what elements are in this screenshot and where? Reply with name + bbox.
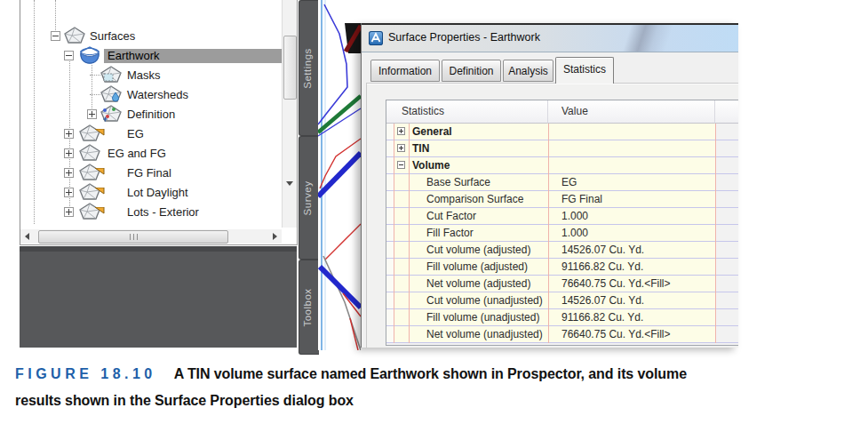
- tab-analysis[interactable]: Analysis: [503, 60, 553, 82]
- tree-item-label: Definition: [127, 108, 175, 121]
- volume-surface-icon: [79, 46, 100, 64]
- stat-name: TIN: [412, 142, 429, 155]
- scrollbar-thumb[interactable]: [283, 36, 297, 100]
- row-gutter: [386, 174, 394, 190]
- tree-vertical-scrollbar[interactable]: [282, 0, 297, 228]
- row-gutter: [386, 259, 394, 275]
- stat-value: 14526.07 Cu. Yd.: [561, 294, 644, 307]
- toolspace-lower-panel: [20, 246, 297, 348]
- row-gutter: [386, 276, 394, 292]
- column-header-value[interactable]: Value: [548, 100, 715, 124]
- grid-row-fill-volume-adjusted-[interactable]: Fill volume (adjusted)91166.82 Cu. Yd.: [386, 259, 738, 276]
- stat-name: Fill volume (adjusted): [426, 260, 528, 273]
- tree-item-lots-exterior[interactable]: Lots - Exterior: [20, 203, 281, 221]
- grid-row-tin[interactable]: TIN: [386, 140, 738, 157]
- scroll-left-button[interactable]: [20, 229, 35, 244]
- tree-horizontal-scrollbar[interactable]: [20, 229, 282, 244]
- tree-item-watersheds[interactable]: Watersheds: [20, 85, 281, 104]
- caption-text-line1: A TIN volume surface named Earthwork sho…: [174, 366, 687, 381]
- row-gutter: [386, 191, 394, 207]
- expand-toggle-icon[interactable]: [64, 129, 74, 139]
- stat-name: Net volume (unadjusted): [426, 328, 543, 340]
- tree-item-label: FG Final: [127, 166, 171, 180]
- expand-toggle-icon[interactable]: [64, 148, 74, 158]
- arrow-down-icon: [286, 181, 293, 186]
- definition-icon: [100, 105, 122, 123]
- side-tab-settings[interactable]: Settings: [299, 0, 319, 136]
- grid-row-net-volume-unadjusted-[interactable]: Net volume (unadjusted)76640.75 Cu. Yd.<…: [386, 326, 738, 343]
- expand-toggle-icon[interactable]: [87, 109, 97, 119]
- stat-name: Comparison Surface: [426, 193, 523, 205]
- row-gutter: [386, 157, 394, 173]
- column-header-statistics[interactable]: Statistics: [386, 100, 548, 124]
- tree-item-surfaces[interactable]: Surfaces: [20, 27, 281, 45]
- grid-row-fill-factor[interactable]: Fill Factor1.000: [386, 225, 738, 242]
- grid-row-comparison-surface[interactable]: Comparison SurfaceFG Final: [386, 191, 738, 208]
- shortcut-flag-icon: [95, 124, 105, 131]
- side-tab-label: Survey: [302, 180, 313, 215]
- arrow-right-icon: [273, 233, 277, 240]
- dialog-title-bar[interactable]: Surface Properties - Earthwork: [362, 23, 738, 52]
- surface-icon: [64, 27, 85, 44]
- collapse-toggle-icon[interactable]: [64, 51, 74, 60]
- grid-row-cut-factor[interactable]: Cut Factor1.000: [386, 208, 738, 225]
- stat-value: EG: [561, 176, 577, 188]
- scrollbar-thumb[interactable]: [38, 230, 228, 244]
- surface-properties-dialog: Surface Properties - Earthwork Informati…: [361, 23, 738, 348]
- tab-information[interactable]: Information: [370, 60, 440, 82]
- grid-line: [715, 124, 716, 343]
- tree-item-eg[interactable]: EG: [20, 124, 281, 143]
- grid-row-cut-volume-adjusted-[interactable]: Cut volume (adjusted)14526.07 Cu. Yd.: [386, 242, 738, 259]
- collapse-toggle-icon[interactable]: [397, 161, 405, 169]
- tree-item-eg-and-fg[interactable]: EG and FG: [20, 144, 281, 163]
- grid-row-base-surface[interactable]: Base SurfaceEG: [386, 174, 738, 191]
- column-header-blank: [715, 100, 738, 124]
- tree-item-label: EG and FG: [108, 147, 166, 160]
- tree-item-label: Watersheds: [127, 88, 188, 101]
- row-gutter: [386, 309, 394, 325]
- tree-item-fg-final[interactable]: FG Final: [20, 164, 281, 182]
- shortcut-flag-icon: [95, 163, 105, 170]
- grid-row-cut-volume-unadjusted-[interactable]: Cut volume (unadjusted)14526.07 Cu. Yd.: [386, 292, 738, 309]
- tree-item-definition[interactable]: Definition: [20, 105, 281, 124]
- expand-toggle-icon[interactable]: [64, 207, 74, 217]
- collapse-toggle-icon[interactable]: [51, 31, 60, 41]
- stat-name: Cut Factor: [426, 210, 476, 222]
- tab-statistics[interactable]: Statistics: [555, 57, 614, 84]
- tree-item-label: Lot Daylight: [127, 186, 188, 199]
- expand-toggle-icon[interactable]: [64, 188, 74, 197]
- expand-toggle-icon[interactable]: [64, 168, 74, 178]
- grid-row-net-volume-adjusted-[interactable]: Net volume (adjusted)76640.75 Cu. Yd.<Fi…: [386, 276, 738, 292]
- expand-toggle-icon[interactable]: [397, 144, 405, 152]
- prospector-tree-panel: SurfacesEarthworkMasksWatershedsDefiniti…: [20, 0, 298, 245]
- side-tab-toolbox[interactable]: Toolbox: [299, 260, 319, 355]
- tree-item-label: Lots - Exterior: [127, 205, 199, 219]
- side-tab-survey[interactable]: Survey: [299, 136, 319, 260]
- shortcut-flag-icon: [95, 182, 105, 189]
- expand-toggle-icon[interactable]: [397, 127, 405, 135]
- scroll-right-button[interactable]: [267, 229, 282, 244]
- arrow-left-icon: [25, 233, 29, 240]
- row-gutter: [386, 208, 394, 224]
- tree-item-masks[interactable]: Masks: [20, 66, 281, 84]
- grid-row-general[interactable]: General: [386, 124, 738, 140]
- tree-guide-stub: [90, 75, 100, 76]
- dialog-title: Surface Properties - Earthwork: [388, 31, 540, 44]
- grid-row-fill-volume-unadjusted-[interactable]: Fill volume (unadjusted)91166.82 Cu. Yd.: [386, 309, 738, 326]
- scroll-down-button[interactable]: [283, 176, 296, 191]
- row-background: [394, 140, 715, 156]
- tree-item-label: EG: [127, 127, 144, 140]
- figure-18-10: SurfacesEarthworkMasksWatershedsDefiniti…: [0, 0, 868, 432]
- panel-divider: [20, 246, 297, 252]
- stat-value: 14526.07 Cu. Yd.: [561, 244, 644, 256]
- cad-linework: [318, 0, 361, 350]
- tree-item-label: Masks: [127, 68, 161, 82]
- stat-name: Volume: [412, 159, 450, 172]
- tree-item-label: Surfaces: [90, 29, 135, 43]
- grid-row-volume[interactable]: Volume: [386, 157, 738, 174]
- row-gutter: [386, 292, 394, 308]
- tab-definition[interactable]: Definition: [442, 60, 501, 82]
- row-gutter: [386, 326, 394, 342]
- tree-item-lot-daylight[interactable]: Lot Daylight: [20, 183, 281, 202]
- tree-item-earthwork[interactable]: Earthwork: [20, 46, 281, 65]
